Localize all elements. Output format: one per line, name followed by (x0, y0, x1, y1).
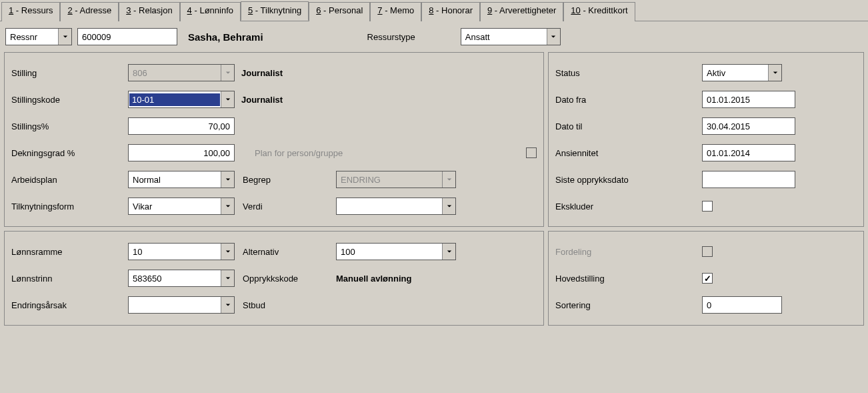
chevron-down-icon (442, 171, 455, 187)
stillingskode-desc: Journalist (241, 95, 283, 105)
chevron-down-icon (768, 65, 781, 81)
arbeidsplan-label: Arbeidsplan (11, 175, 128, 185)
chevron-down-icon (221, 65, 234, 81)
arbeidsplan-combo[interactable]: Normal (128, 171, 235, 188)
chevron-down-icon (442, 198, 455, 214)
stilling-desc: Journalist (241, 68, 283, 78)
chevron-down-icon (221, 244, 234, 260)
ekskluder-checkbox[interactable] (702, 201, 713, 212)
stilling-combo: 806 (128, 64, 235, 81)
dekning-label: Dekningsgrad % (11, 148, 128, 158)
datotil-label: Dato til (555, 121, 702, 131)
tab-arverettigheter[interactable]: 9 - Arverettigheter (480, 2, 563, 21)
chevron-down-icon (58, 29, 71, 45)
ekskluder-label: Ekskluder (555, 202, 702, 212)
sortering-label: Sortering (555, 300, 702, 310)
lonnsramme-combo[interactable]: 10 (128, 243, 235, 260)
verdi-combo[interactable] (336, 198, 456, 215)
tab-tilknytning[interactable]: 5 - Tilknytning (241, 1, 309, 21)
datotil-input[interactable]: 30.04.2015 (702, 117, 795, 135)
tab-kredittkort[interactable]: 10 - Kredittkort (563, 2, 635, 21)
chevron-down-icon (442, 244, 455, 260)
opprykkskode-desc: Manuell avlønning (336, 274, 411, 284)
plan-checkbox (526, 147, 537, 158)
plan-label: Plan for person/gruppe (255, 148, 343, 158)
chevron-down-icon (547, 29, 560, 45)
panel-status: Status Aktiv Dato fra 01.01.2015 Dato ti… (548, 52, 864, 227)
endringsarsak-label: Endringsårsak (11, 300, 128, 310)
begrep-label: Begrep (243, 175, 336, 185)
datofra-input[interactable]: 01.01.2015 (702, 91, 795, 108)
panel-fordeling: Fordeling Hovedstilling Sortering 0 (548, 231, 864, 326)
ressurstype-combo[interactable]: Ansatt (461, 28, 561, 45)
alternativ-combo[interactable]: 100 (336, 243, 456, 260)
sisteopprykk-input[interactable] (702, 171, 795, 188)
hovedstilling-checkbox[interactable] (702, 273, 713, 284)
lonnstrinn-combo[interactable]: 583650 (128, 270, 235, 287)
hovedstilling-label: Hovedstilling (555, 274, 702, 284)
stillingskode-label: Stillingskode (11, 95, 128, 105)
endringsarsak-combo[interactable] (128, 296, 235, 314)
chevron-down-icon (221, 91, 234, 107)
tab-ressurs[interactable]: 1 - Ressurs (1, 2, 60, 21)
stbud-label: Stbud (243, 300, 336, 310)
datofra-label: Dato fra (555, 95, 702, 105)
tab-relasjon[interactable]: 3 - Relasjon (119, 2, 179, 21)
search-field-combo[interactable]: Ressnr (5, 28, 72, 45)
stillingspct-input[interactable]: 70,00 (128, 117, 235, 135)
tab-memo[interactable]: 7 - Memo (370, 2, 421, 21)
status-label: Status (555, 68, 702, 78)
stilling-label: Stilling (11, 68, 128, 78)
chevron-down-icon (221, 198, 234, 214)
fordeling-label: Fordeling (555, 247, 702, 257)
alternativ-label: Alternativ (243, 247, 336, 257)
tab-lønninfo[interactable]: 4 - Lønninfo (180, 2, 241, 21)
panel-stilling: Stilling 806 Journalist Stillingskode 10… (4, 52, 544, 227)
tab-adresse[interactable]: 2 - Adresse (60, 2, 119, 21)
fordeling-checkbox (702, 246, 713, 257)
begrep-combo: ENDRING (336, 171, 456, 188)
chevron-down-icon (221, 270, 234, 286)
tab-bar: 1 - Ressurs2 - Adresse3 - Relasjon4 - Lø… (0, 0, 868, 21)
dekning-input[interactable]: 100,00 (128, 144, 235, 161)
toolbar: Ressnr 600009 Sasha, Behrami Ressurstype… (0, 21, 868, 52)
lonnsramme-label: Lønnsramme (11, 247, 128, 257)
tab-personal[interactable]: 6 - Personal (309, 2, 370, 21)
person-name: Sasha, Behrami (188, 31, 263, 43)
tab-honorar[interactable]: 8 - Honorar (421, 2, 480, 21)
stillingspct-label: Stillings% (11, 121, 128, 131)
ressnr-input[interactable]: 600009 (77, 28, 177, 45)
sisteopprykk-label: Siste opprykksdato (555, 175, 702, 185)
ressurstype-label: Ressurstype (367, 32, 415, 42)
ansiennitet-input[interactable]: 01.01.2014 (702, 144, 795, 161)
chevron-down-icon (221, 297, 234, 313)
stillingskode-combo[interactable]: 10-01 (128, 91, 235, 108)
tilknytning-label: Tilknytningsform (11, 202, 128, 212)
opprykkskode-label: Opprykkskode (243, 274, 336, 284)
ansiennitet-label: Ansiennitet (555, 148, 702, 158)
tilknytning-combo[interactable]: Vikar (128, 198, 235, 215)
chevron-down-icon (221, 171, 234, 187)
sortering-input[interactable]: 0 (702, 296, 782, 314)
status-combo[interactable]: Aktiv (702, 64, 782, 81)
lonnstrinn-label: Lønnstrinn (11, 274, 128, 284)
panel-lonn: Lønnsramme 10 Alternativ 100 Lønnstrinn … (4, 231, 544, 326)
verdi-label: Verdi (243, 202, 336, 212)
